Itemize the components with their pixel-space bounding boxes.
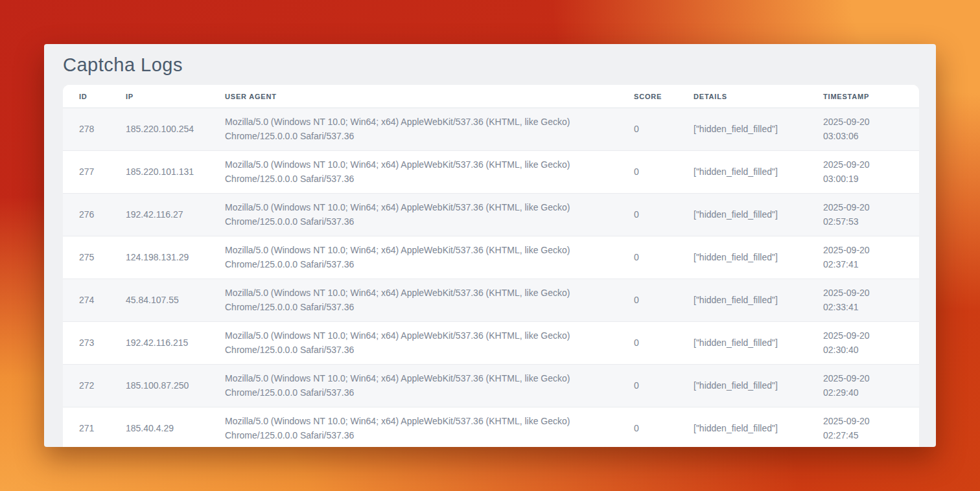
cell-id: 272 bbox=[63, 365, 110, 407]
cell-id: 273 bbox=[63, 322, 110, 365]
cell-user_agent: Mozilla/5.0 (Windows NT 10.0; Win64; x64… bbox=[209, 108, 618, 151]
cell-details: ["hidden_field_filled"] bbox=[677, 151, 807, 194]
table-body: 278185.220.100.254Mozilla/5.0 (Windows N… bbox=[63, 108, 919, 448]
cell-user_agent: Mozilla/5.0 (Windows NT 10.0; Win64; x64… bbox=[209, 236, 618, 279]
table-header-row: IDIPUSER AGENTSCOREDETAILSTIMESTAMP bbox=[63, 85, 919, 108]
cell-timestamp: 2025-09-20 02:29:40 bbox=[807, 365, 919, 407]
cell-user_agent: Mozilla/5.0 (Windows NT 10.0; Win64; x64… bbox=[209, 194, 618, 236]
table-row: 276192.42.116.27Mozilla/5.0 (Windows NT … bbox=[63, 194, 919, 236]
column-header-details: DETAILS bbox=[677, 85, 807, 108]
cell-ip: 185.220.100.254 bbox=[110, 108, 209, 151]
cell-score: 0 bbox=[618, 151, 677, 194]
cell-id: 275 bbox=[63, 236, 110, 279]
column-header-user_agent: USER AGENT bbox=[209, 85, 618, 108]
logs-table-container: IDIPUSER AGENTSCOREDETAILSTIMESTAMP 2781… bbox=[63, 85, 919, 447]
cell-details: ["hidden_field_filled"] bbox=[677, 407, 807, 448]
cell-score: 0 bbox=[618, 322, 677, 365]
cell-id: 277 bbox=[63, 151, 110, 194]
cell-user_agent: Mozilla/5.0 (Windows NT 10.0; Win64; x64… bbox=[209, 151, 618, 194]
cell-details: ["hidden_field_filled"] bbox=[677, 365, 807, 407]
cell-score: 0 bbox=[618, 108, 677, 151]
cell-ip: 185.40.4.29 bbox=[110, 407, 209, 448]
cell-details: ["hidden_field_filled"] bbox=[677, 108, 807, 151]
cell-user_agent: Mozilla/5.0 (Windows NT 10.0; Win64; x64… bbox=[209, 365, 618, 407]
table-row: 271185.40.4.29Mozilla/5.0 (Windows NT 10… bbox=[63, 407, 919, 448]
table-row: 278185.220.100.254Mozilla/5.0 (Windows N… bbox=[63, 108, 919, 151]
cell-timestamp: 2025-09-20 02:37:41 bbox=[807, 236, 919, 279]
cell-id: 274 bbox=[63, 279, 110, 322]
column-header-id: ID bbox=[63, 85, 110, 108]
cell-user_agent: Mozilla/5.0 (Windows NT 10.0; Win64; x64… bbox=[209, 279, 618, 322]
cell-details: ["hidden_field_filled"] bbox=[677, 322, 807, 365]
page-title: Captcha Logs bbox=[63, 54, 936, 76]
cell-id: 276 bbox=[63, 194, 110, 236]
table-row: 272185.100.87.250Mozilla/5.0 (Windows NT… bbox=[63, 365, 919, 407]
cell-timestamp: 2025-09-20 02:30:40 bbox=[807, 322, 919, 365]
captcha-logs-table: IDIPUSER AGENTSCOREDETAILSTIMESTAMP 2781… bbox=[63, 85, 919, 447]
table-row: 275124.198.131.29Mozilla/5.0 (Windows NT… bbox=[63, 236, 919, 279]
cell-ip: 192.42.116.27 bbox=[110, 194, 209, 236]
cell-score: 0 bbox=[618, 194, 677, 236]
cell-timestamp: 2025-09-20 03:03:06 bbox=[807, 108, 919, 151]
table-row: 27445.84.107.55Mozilla/5.0 (Windows NT 1… bbox=[63, 279, 919, 322]
cell-score: 0 bbox=[618, 236, 677, 279]
table-row: 277185.220.101.131Mozilla/5.0 (Windows N… bbox=[63, 151, 919, 194]
cell-details: ["hidden_field_filled"] bbox=[677, 279, 807, 322]
cell-user_agent: Mozilla/5.0 (Windows NT 10.0; Win64; x64… bbox=[209, 407, 618, 448]
cell-score: 0 bbox=[618, 365, 677, 407]
captcha-logs-card: Captcha Logs IDIPUSER AGENTSCOREDETAILST… bbox=[44, 44, 936, 447]
cell-timestamp: 2025-09-20 02:57:53 bbox=[807, 194, 919, 236]
cell-ip: 192.42.116.215 bbox=[110, 322, 209, 365]
cell-ip: 185.100.87.250 bbox=[110, 365, 209, 407]
cell-ip: 185.220.101.131 bbox=[110, 151, 209, 194]
column-header-timestamp: TIMESTAMP bbox=[807, 85, 919, 108]
cell-timestamp: 2025-09-20 03:00:19 bbox=[807, 151, 919, 194]
cell-score: 0 bbox=[618, 407, 677, 448]
cell-id: 278 bbox=[63, 108, 110, 151]
cell-id: 271 bbox=[63, 407, 110, 448]
cell-ip: 45.84.107.55 bbox=[110, 279, 209, 322]
column-header-ip: IP bbox=[110, 85, 209, 108]
cell-timestamp: 2025-09-20 02:27:45 bbox=[807, 407, 919, 448]
cell-score: 0 bbox=[618, 279, 677, 322]
table-row: 273192.42.116.215Mozilla/5.0 (Windows NT… bbox=[63, 322, 919, 365]
column-header-score: SCORE bbox=[618, 85, 677, 108]
cell-details: ["hidden_field_filled"] bbox=[677, 194, 807, 236]
cell-ip: 124.198.131.29 bbox=[110, 236, 209, 279]
cell-user_agent: Mozilla/5.0 (Windows NT 10.0; Win64; x64… bbox=[209, 322, 618, 365]
cell-details: ["hidden_field_filled"] bbox=[677, 236, 807, 279]
cell-timestamp: 2025-09-20 02:33:41 bbox=[807, 279, 919, 322]
